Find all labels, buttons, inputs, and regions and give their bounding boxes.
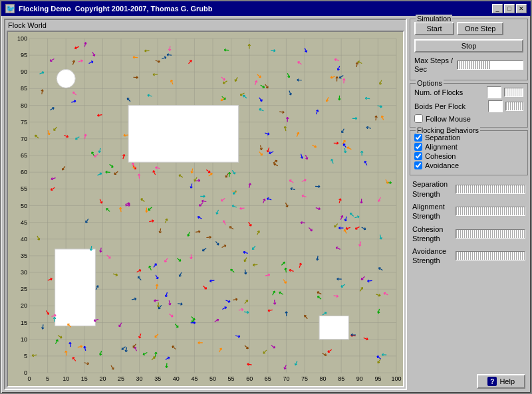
cohesion-checkbox[interactable] <box>414 152 422 160</box>
options-group: Options Num. of Flocks Boids Per Flock <box>410 83 528 128</box>
max-steps-label: Max Steps / Sec <box>414 56 454 74</box>
boids-per-flock-input[interactable] <box>488 100 503 112</box>
separation-strength-slider[interactable] <box>456 185 525 194</box>
cohesion-strength-slider[interactable] <box>456 229 525 239</box>
avoidance-checkbox-row: Avoidance <box>414 161 523 169</box>
flocking-behaviors-group: Flocking Behaviors Separation Alignment … <box>410 130 528 175</box>
canvas-area <box>7 31 404 387</box>
cohesion-checkbox-row: Cohesion <box>414 152 523 160</box>
num-flocks-input[interactable] <box>487 86 501 98</box>
simulation-group: Simulation Start One Step Stop Max Steps… <box>410 19 528 80</box>
help-label: Help <box>499 377 515 385</box>
window-body: Flock World Simulation Start One Step St… <box>1 16 531 393</box>
app-title: Flocking Demo <box>19 5 71 13</box>
num-flocks-row: Num. of Flocks <box>414 86 523 98</box>
boids-per-flock-row: Boids Per Flock <box>414 100 523 112</box>
avoidance-strength-slider[interactable] <box>456 251 525 260</box>
cohesion-strength-label: CohesionStrength <box>412 225 456 244</box>
follow-mouse-label: Follow Mouse <box>426 115 471 123</box>
alignment-strength-slider[interactable] <box>456 207 525 216</box>
start-button[interactable]: Start <box>414 22 454 35</box>
left-panel: Flock World <box>4 19 407 390</box>
max-steps-slider-row: Max Steps / Sec <box>414 56 523 74</box>
help-button[interactable]: ? Help <box>477 374 525 389</box>
alignment-strength-label: AlignmentStrength <box>412 202 456 221</box>
main-window: 🐦 Flocking Demo Copyright 2001-2007, Tho… <box>0 0 532 394</box>
separation-strength-label: SeparationStrength <box>412 179 456 199</box>
flock-canvas[interactable] <box>8 32 403 386</box>
close-button[interactable]: ✕ <box>516 4 527 13</box>
behavior-strengths: SeparationStrength AlignmentStrength Coh… <box>410 178 528 270</box>
max-steps-slider[interactable] <box>457 60 523 70</box>
max-steps-row: Max Steps / Sec <box>414 56 523 74</box>
flock-world-label: Flock World <box>7 21 404 29</box>
help-section: ? Help <box>410 373 528 390</box>
avoidance-checkbox[interactable] <box>414 161 422 169</box>
alignment-strength-row: AlignmentStrength <box>412 202 525 221</box>
alignment-label: Alignment <box>425 143 458 151</box>
title-bar-buttons: _ □ ✕ <box>492 4 527 13</box>
simulation-title: Simulation <box>416 15 452 23</box>
follow-mouse-row: Follow Mouse <box>414 114 523 123</box>
app-icon: 🐦 <box>5 4 15 13</box>
avoidance-strength-row: AvoidanceStrength <box>412 246 525 266</box>
minimize-button[interactable]: _ <box>492 4 503 13</box>
cohesion-label: Cohesion <box>425 152 456 160</box>
num-flocks-slider[interactable] <box>504 88 523 97</box>
cohesion-strength-row: CohesionStrength <box>412 225 525 244</box>
avoidance-label: Avoidance <box>425 161 459 169</box>
flocking-behaviors-title: Flocking Behaviors <box>416 126 480 134</box>
separation-label: Separation <box>425 134 460 142</box>
right-panel: Simulation Start One Step Stop Max Steps… <box>410 19 528 390</box>
separation-checkbox[interactable] <box>414 134 422 142</box>
boids-per-flock-slider[interactable] <box>505 102 523 111</box>
title-bar-left: 🐦 Flocking Demo Copyright 2001-2007, Tho… <box>5 4 212 13</box>
alignment-checkbox-row: Alignment <box>414 143 523 151</box>
follow-mouse-checkbox[interactable] <box>414 114 423 123</box>
maximize-button[interactable]: □ <box>504 4 515 13</box>
num-flocks-label: Num. of Flocks <box>414 88 463 96</box>
help-icon: ? <box>487 377 497 386</box>
separation-strength-row: SeparationStrength <box>412 179 525 199</box>
options-title: Options <box>416 79 444 87</box>
one-step-button[interactable]: One Step <box>457 22 503 35</box>
separation-checkbox-row: Separation <box>414 134 523 142</box>
boids-per-flock-label: Boids Per Flock <box>414 102 466 110</box>
app-subtitle: Copyright 2001-2007, Thomas G. Grubb <box>75 5 213 13</box>
avoidance-strength-label: AvoidanceStrength <box>412 246 456 266</box>
title-bar: 🐦 Flocking Demo Copyright 2001-2007, Tho… <box>1 1 531 16</box>
alignment-checkbox[interactable] <box>414 143 422 151</box>
start-onestep-row: Start One Step <box>414 22 523 35</box>
stop-button[interactable]: Stop <box>414 39 523 52</box>
